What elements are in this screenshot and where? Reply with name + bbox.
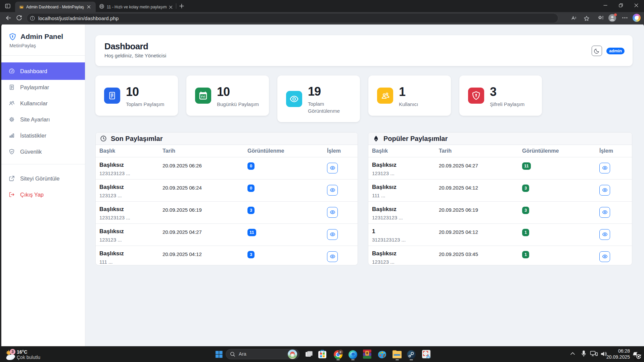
svg-text:Fri: Fri xyxy=(201,95,205,98)
